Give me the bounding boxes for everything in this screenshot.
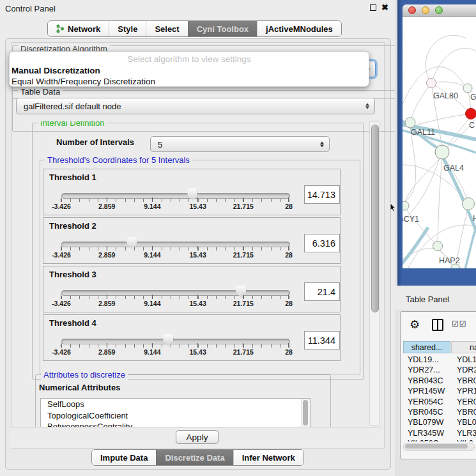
tab-network[interactable]: Network [48,21,109,36]
table-row[interactable]: YER054CYER0 [403,397,476,407]
selected-table: galFiltered.sif default node [24,102,121,111]
tab-discretize-data[interactable]: Discretize Data [156,450,233,465]
threshold-value-field[interactable]: 14.713 [304,185,340,204]
table-row[interactable]: YDR27...YDR2 [403,365,476,375]
table-row[interactable]: YBL079WYBL0 [403,417,476,427]
table-horizontal-scrollbar[interactable] [403,443,475,451]
table-row[interactable]: YIL052CYIL0 [403,438,476,441]
tab-infer-network[interactable]: Infer Network [233,450,303,465]
tick-label: 21.715 [233,197,254,210]
threshold-label: Threshold 1 [49,173,96,182]
scrollbar-thumb[interactable] [371,125,379,312]
network-node[interactable] [403,201,409,210]
table-cell[interactable]: YDR27... [408,365,440,375]
table-panel: ⚙ ☑☑ shared... na YDL19...YDL1YDR27...YD… [400,311,476,459]
tick-label: 28 [285,246,293,259]
right-column: GAL80GACGAL11GAL4HGCY1HAP2 Table Panel ⚙… [395,0,476,476]
table-cell[interactable]: YIL052C [408,438,439,441]
float-window-icon[interactable] [370,4,376,11]
tick-label: 15.43 [189,343,206,356]
threshold-panel-3: Threshold 3 -3.4262.8599.14415.4321.7152… [43,266,341,312]
tab-impute-data[interactable]: Impute Data [92,450,156,465]
tab-cyni-toolbox[interactable]: Cyni Toolbox [188,21,257,36]
tick-label: -3.426 [52,246,71,259]
columns-icon[interactable] [432,319,443,331]
threshold-value-field[interactable]: 21.4 [304,282,340,301]
dropdown-option-equal-width[interactable]: Equal Width/Frequency Discretization [10,76,369,88]
table-cell[interactable]: YDR2 [457,365,476,375]
apply-button[interactable]: Apply [176,430,219,444]
network-window-titlebar [403,4,476,17]
node-label: GA [470,93,476,102]
table-cell[interactable]: YBL079W [408,417,443,427]
threshold-label: Threshold 3 [49,270,96,279]
table-cell[interactable]: YBL0 [457,417,476,427]
table-cell[interactable]: YBR045C [408,407,443,417]
table-row[interactable]: YBR045CYBR0 [403,407,476,417]
tick-label: -3.426 [52,295,71,307]
tab-label: jActiveMNodules [266,24,333,34]
list-scrollbar[interactable] [301,399,310,427]
minimize-traffic-light-icon[interactable] [422,6,429,14]
network-canvas[interactable]: GAL80GACGAL11GAL4HGCY1HAP2 [403,17,476,268]
number-of-intervals-select[interactable]: 5 [150,136,330,152]
attribute-list-item[interactable]: SelfLoops [41,399,310,410]
tick-label: -3.426 [52,343,71,356]
close-icon[interactable]: ✖ [381,4,388,11]
table-cell[interactable]: YDL1 [457,355,476,365]
network-node[interactable] [463,84,472,93]
table-cell[interactable]: YBR0 [457,407,476,417]
network-node[interactable] [435,145,449,159]
attribute-list-item[interactable]: TopologicalCoefficient [41,410,310,422]
table-data-select[interactable]: galFiltered.sif default node [16,98,375,114]
group-title: Table Data [18,87,63,96]
network-node[interactable] [463,198,475,210]
tab-label: Infer Network [242,453,295,463]
table-cell[interactable]: YIL0 [457,438,473,441]
tab-jactivemnodules[interactable]: jActiveMNodules [257,21,341,36]
table-cell[interactable]: YBR0 [457,376,476,386]
tick-label: 15.43 [189,197,206,210]
close-traffic-light-icon[interactable] [408,6,416,14]
table-cell[interactable]: YLR3 [457,428,476,438]
gear-icon[interactable]: ⚙ [410,318,420,331]
node-label: GCY1 [403,215,419,224]
threshold-value-field[interactable]: 11.344 [304,331,340,349]
table-cell[interactable]: YBR043C [408,376,443,386]
table-row[interactable]: YLR345WYLR3 [403,428,476,438]
tick-label: 2.859 [98,295,115,307]
threshold-value-field[interactable]: 6.316 [304,234,340,252]
tab-style[interactable]: Style [109,21,146,36]
table-cell[interactable]: YDL19... [408,355,439,365]
column-header-name[interactable]: na [451,341,476,353]
dropdown-option-manual[interactable]: Manual Discretization [10,65,369,77]
table-cell[interactable]: YER054C [408,397,443,407]
network-node[interactable] [466,109,476,119]
network-node[interactable] [433,242,443,251]
tab-label: Impute Data [100,453,148,463]
tick-label: 28 [285,197,293,210]
scrollbar-thumb[interactable] [303,400,308,426]
group-title: Interval Definition [38,121,107,128]
attribute-list-item[interactable]: BetweennessCentrality [41,421,310,427]
table-row[interactable]: YPR145WYPR1 [403,386,476,396]
zoom-traffic-light-icon[interactable] [435,6,443,14]
network-node[interactable] [427,79,436,88]
table-row[interactable]: YBR043CYBR0 [403,376,476,386]
column-header-shared-name[interactable]: shared... [403,341,450,353]
tick-label: 9.144 [144,295,160,307]
select-columns-icon[interactable]: ☑☑ [452,319,467,328]
network-node[interactable] [405,118,415,128]
stepper-icon [319,139,325,149]
table-cell[interactable]: YER0 [457,397,476,407]
tick-label: 21.715 [233,343,254,356]
table-cell[interactable]: YLR345W [408,428,444,438]
tick-label: 15.43 [189,246,206,259]
tick-label: 9.144 [144,343,160,356]
panel-scrollbar[interactable] [369,121,380,426]
scrollbar-thumb[interactable] [405,444,468,449]
table-cell[interactable]: YPR145W [408,386,445,396]
table-row[interactable]: YDL19...YDL1 [403,355,476,365]
tab-select[interactable]: Select [146,21,187,36]
table-cell[interactable]: YPR1 [457,386,476,396]
